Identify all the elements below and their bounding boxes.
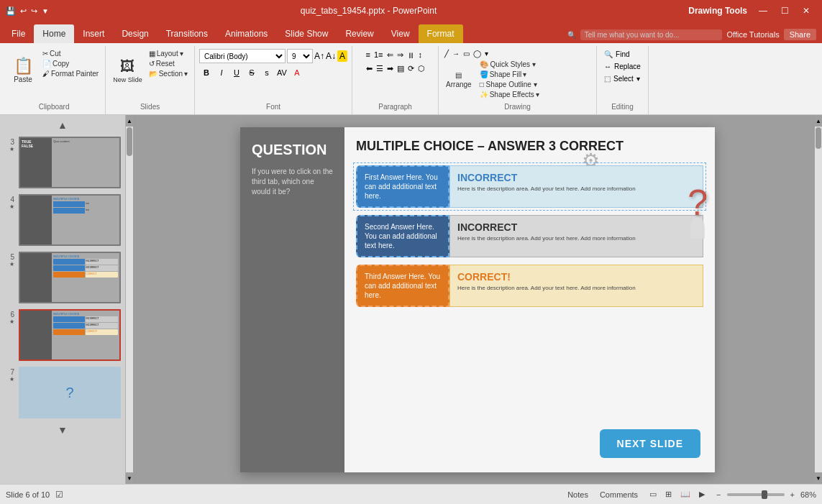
slide-thumb-4[interactable]: 4 ★ MULTIPLE CHOICE text text xyxy=(3,193,122,247)
copy-button[interactable]: 📄Copy xyxy=(40,59,71,68)
scrollbar-track[interactable] xyxy=(126,127,133,472)
undo-icon[interactable]: ↩ xyxy=(20,6,27,16)
bold-button[interactable]: B xyxy=(199,66,214,79)
cut-button[interactable]: ✂Cut xyxy=(40,49,63,58)
decrease-indent-button[interactable]: ⇐ xyxy=(385,49,395,61)
answer-tab-3[interactable]: Third Answer Here. You can add additiona… xyxy=(356,265,449,307)
tab-view[interactable]: View xyxy=(383,24,419,43)
justify-button[interactable]: ▤ xyxy=(396,63,406,75)
shape-line-icon[interactable]: ╱ xyxy=(443,49,450,58)
tab-design[interactable]: Design xyxy=(113,24,157,43)
shape-rect-icon[interactable]: ▭ xyxy=(462,49,471,58)
notes-button[interactable]: Notes xyxy=(565,489,591,500)
reading-view-button[interactable]: 📖 xyxy=(677,488,693,500)
save-icon[interactable]: 💾 xyxy=(6,6,16,16)
canvas-scroll-down-button[interactable]: ▼ xyxy=(815,472,822,484)
select-button[interactable]: ⬚ Select ▾ xyxy=(601,73,643,84)
font-name-select[interactable]: Calibri (Body) xyxy=(199,49,286,63)
layout-button[interactable]: ▦ Layout ▾ xyxy=(147,49,190,58)
canvas-scroll-thumb[interactable] xyxy=(816,127,821,149)
slide-panel-scrollbar[interactable]: ▲ ▼ xyxy=(126,115,133,484)
strikethrough-button[interactable]: S xyxy=(245,66,259,79)
share-button[interactable]: Share xyxy=(784,29,816,40)
tab-review[interactable]: Review xyxy=(337,24,382,43)
scrollbar-thumb[interactable] xyxy=(127,127,132,156)
font-size-select[interactable]: 9 xyxy=(287,49,313,63)
canvas-scroll-track[interactable] xyxy=(815,127,822,472)
replace-button[interactable]: ↔ Replace xyxy=(601,61,644,72)
slide-thumb-5[interactable]: 5 ★ MULTIPLE CHOICE INCORRECT INCORRECT … xyxy=(3,250,122,305)
shape-more-icon[interactable]: ▾ xyxy=(483,49,490,58)
convert-to-smartart-button[interactable]: ⬡ xyxy=(416,63,426,75)
tab-home[interactable]: Home xyxy=(34,24,74,43)
shape-arrow-icon[interactable]: → xyxy=(451,49,461,58)
find-button[interactable]: 🔍 Find xyxy=(601,49,632,60)
text-direction-button[interactable]: ⟳ xyxy=(406,63,416,75)
increase-font-button[interactable]: A↑ xyxy=(314,51,324,61)
slideshow-button[interactable]: ▶ xyxy=(696,488,708,500)
redo-icon[interactable]: ↪ xyxy=(31,6,37,16)
slide-thumbnail-6[interactable]: MULTIPLE CHOICE INCORRECT INCORRECT CORR… xyxy=(19,309,121,361)
slide-thumb-6[interactable]: 6 ★ MULTIPLE CHOICE INCORRECT INCORRECT … xyxy=(3,308,122,362)
tab-transitions[interactable]: Transitions xyxy=(157,24,216,43)
slide-thumbnail-5[interactable]: MULTIPLE CHOICE INCORRECT INCORRECT CORR… xyxy=(19,252,121,303)
answer-tab-2[interactable]: Second Answer Here. You can add addition… xyxy=(356,215,449,257)
underline-button[interactable]: U xyxy=(229,66,244,79)
tab-animations[interactable]: Animations xyxy=(216,24,276,43)
quick-styles-button[interactable]: 🎨 Quick Styles ▾ xyxy=(478,60,542,69)
align-center-button[interactable]: ☰ xyxy=(375,63,385,75)
zoom-slider[interactable] xyxy=(727,493,785,496)
scroll-down-button[interactable]: ▼ xyxy=(3,423,122,437)
tab-slideshow[interactable]: Slide Show xyxy=(276,24,337,43)
clear-format-button[interactable]: A xyxy=(337,50,347,62)
canvas-scroll-up-button[interactable]: ▲ xyxy=(815,115,822,127)
maximize-button[interactable]: ☐ xyxy=(775,3,795,19)
close-button[interactable]: ✕ xyxy=(796,3,816,19)
slide-thumbnail-4[interactable]: MULTIPLE CHOICE text text xyxy=(19,194,121,246)
align-right-button[interactable]: ➡ xyxy=(385,63,395,75)
answer-tab-1[interactable]: First Answer Here. You can add additiona… xyxy=(356,165,449,208)
normal-view-button[interactable]: ▭ xyxy=(647,488,659,500)
accessibility-button[interactable]: ☑ xyxy=(55,490,63,500)
tab-format[interactable]: Format xyxy=(419,24,463,43)
paste-button[interactable]: 📋 Paste xyxy=(7,49,39,92)
comments-button[interactable]: Comments xyxy=(597,489,641,500)
decrease-font-button[interactable]: A↓ xyxy=(326,51,336,61)
shape-outline-button[interactable]: □ Shape Outline ▾ xyxy=(478,80,542,89)
slide-thumbnail-3[interactable]: TRUEFALSE Quiz content xyxy=(19,137,121,188)
tab-insert[interactable]: Insert xyxy=(74,24,113,43)
slide-thumb-7[interactable]: 7 ★ ? xyxy=(3,365,122,420)
italic-button[interactable]: I xyxy=(214,66,229,79)
minimize-button[interactable]: — xyxy=(753,3,773,19)
line-spacing-button[interactable]: ↕ xyxy=(417,49,424,61)
answer-option-1[interactable]: First Answer Here. You can add additiona… xyxy=(356,165,703,208)
bullets-button[interactable]: ≡ xyxy=(365,49,372,61)
tab-file[interactable]: File xyxy=(3,24,34,43)
align-left-button[interactable]: ⬅ xyxy=(365,63,374,75)
scrollbar-down-button[interactable]: ▼ xyxy=(126,472,133,484)
increase-indent-button[interactable]: ⇒ xyxy=(396,49,405,61)
new-slide-button[interactable]: 🖼 New Slide xyxy=(110,49,145,92)
shape-effects-button[interactable]: ✨ Shape Effects ▾ xyxy=(478,90,542,99)
scrollbar-up-button[interactable]: ▲ xyxy=(126,115,133,127)
columns-button[interactable]: ⫼ xyxy=(406,49,416,61)
slide-sorter-button[interactable]: ⊞ xyxy=(662,488,675,500)
shadow-button[interactable]: s xyxy=(260,66,274,79)
office-tutorials-link[interactable]: Office Tutorials xyxy=(726,30,779,39)
section-button[interactable]: 📂 Section ▾ xyxy=(147,69,190,78)
char-spacing-button[interactable]: AV xyxy=(275,66,289,79)
slide-thumb-3[interactable]: 3 ★ TRUEFALSE Quiz content xyxy=(3,135,122,190)
reset-button[interactable]: ↺ Reset xyxy=(147,59,190,68)
answer-option-3[interactable]: Third Answer Here. You can add additiona… xyxy=(356,265,703,307)
customize-qat-icon[interactable]: ▼ xyxy=(42,7,49,15)
zoom-in-button[interactable]: + xyxy=(787,489,798,500)
zoom-out-button[interactable]: − xyxy=(713,489,723,500)
shape-fill-button[interactable]: 🪣 Shape Fill ▾ xyxy=(478,70,542,79)
font-color-button[interactable]: A xyxy=(290,66,304,79)
numbering-button[interactable]: 1≡ xyxy=(373,49,385,61)
answer-option-2[interactable]: Second Answer Here. You can add addition… xyxy=(356,215,703,257)
scroll-up-button[interactable]: ▲ xyxy=(3,118,122,132)
format-painter-button[interactable]: 🖌Format Painter xyxy=(40,69,101,78)
slide-thumbnail-7[interactable]: ? xyxy=(19,367,121,418)
tell-me-input[interactable]: Tell me what you want to do... xyxy=(580,29,723,40)
